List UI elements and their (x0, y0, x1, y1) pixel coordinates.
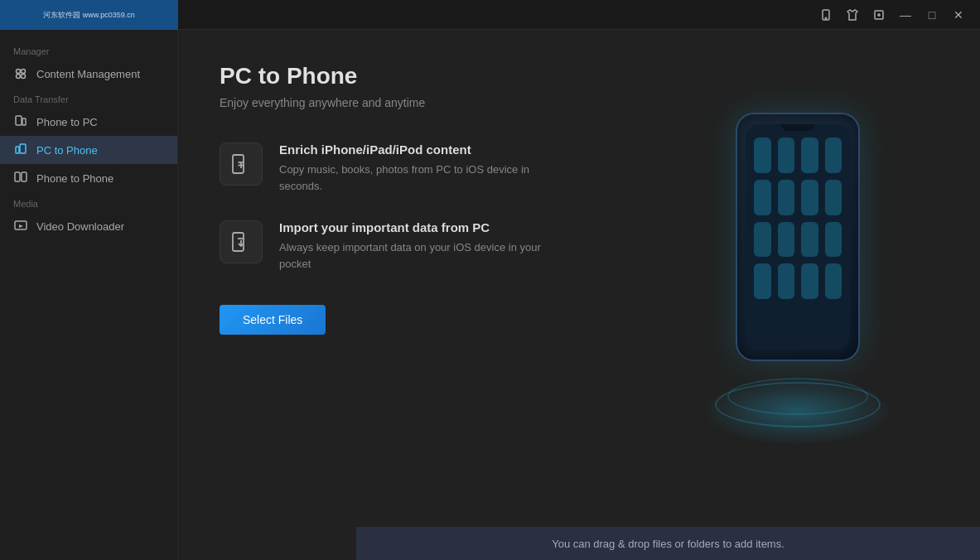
enrich-icon (229, 152, 253, 176)
svg-rect-9 (20, 144, 26, 153)
svg-point-1 (825, 17, 827, 19)
titlebar-phone-icon[interactable] (814, 3, 838, 27)
enrich-icon-box (220, 142, 263, 186)
content-inner: PC to Phone Enjoy everything anywhere an… (178, 30, 980, 368)
sidebar-item-label: Phone to Phone (36, 172, 113, 185)
sidebar-item-label: PC to Phone (36, 144, 98, 157)
sidebar-item-label: Phone to PC (36, 116, 98, 128)
titlebar-menu-icon[interactable] (867, 3, 891, 27)
sidebar-item-content-management[interactable]: Content Management (0, 60, 177, 88)
phone-to-phone-icon (13, 171, 28, 186)
main-layout: Manager Content Management Data Transfer (0, 30, 980, 560)
svg-point-4 (22, 70, 26, 74)
content-area: PC to Phone Enjoy everything anywhere an… (178, 30, 980, 560)
svg-rect-12 (22, 172, 27, 181)
feature-import-desc: Always keep important data on your iOS d… (279, 239, 561, 272)
svg-point-6 (22, 75, 26, 79)
sidebar-item-label: Content Management (36, 68, 140, 80)
sidebar-section-manager: Manager (0, 40, 177, 60)
svg-rect-10 (16, 147, 19, 153)
drag-drop-bar: You can drag & drop files or folders to … (356, 527, 980, 560)
video-downloader-icon (13, 219, 28, 234)
page-title: PC to Phone (220, 63, 939, 89)
watermark-logo: 河东软件园 www.pc0359.cn (0, 0, 178, 30)
svg-rect-11 (15, 172, 20, 181)
glow-ring-2 (727, 378, 868, 415)
feature-enrich-desc: Copy music, books, photos from PC to iOS… (279, 162, 561, 194)
feature-import-text: Import your important data from PC Alway… (279, 220, 561, 272)
sidebar-item-phone-to-phone[interactable]: Phone to Phone (0, 164, 177, 192)
pc-to-phone-icon (13, 142, 28, 157)
window-controls: — □ ✕ (814, 3, 970, 27)
content-management-icon (13, 66, 28, 81)
feature-import-title: Import your important data from PC (279, 220, 561, 234)
close-button[interactable]: ✕ (947, 3, 970, 27)
sidebar-item-video-downloader[interactable]: Video Downloader (0, 212, 177, 240)
import-icon (229, 230, 253, 253)
feature-enrich-title: Enrich iPhone/iPad/iPod content (279, 142, 561, 157)
sidebar-section-media: Media (0, 192, 177, 212)
page-subtitle: Enjoy everything anywhere and anytime (220, 96, 939, 109)
phone-to-pc-icon (13, 114, 28, 129)
sidebar-item-pc-to-phone[interactable]: PC to Phone (0, 136, 177, 164)
import-icon-box (220, 220, 263, 263)
titlebar-shirt-icon[interactable] (841, 3, 864, 27)
svg-point-3 (17, 70, 21, 74)
select-files-button[interactable]: Select Files (220, 305, 326, 335)
svg-rect-7 (16, 116, 22, 125)
minimize-button[interactable]: — (894, 3, 917, 27)
feature-enrich-text: Enrich iPhone/iPad/iPod content Copy mus… (279, 142, 561, 194)
svg-rect-19 (233, 233, 244, 251)
svg-point-5 (17, 75, 21, 79)
svg-rect-14 (233, 155, 244, 173)
sidebar: Manager Content Management Data Transfer (0, 30, 178, 560)
maximize-button[interactable]: □ (920, 3, 944, 27)
sidebar-section-data-transfer: Data Transfer (0, 88, 177, 108)
feature-item-import: Import your important data from PC Alway… (220, 220, 939, 272)
titlebar: 河东软件园 www.pc0359.cn — □ ✕ (0, 0, 980, 30)
sidebar-item-phone-to-pc[interactable]: Phone to PC (0, 108, 177, 136)
svg-rect-8 (22, 118, 26, 125)
feature-item-enrich: Enrich iPhone/iPad/iPod content Copy mus… (220, 142, 939, 194)
sidebar-item-label: Video Downloader (36, 220, 124, 233)
